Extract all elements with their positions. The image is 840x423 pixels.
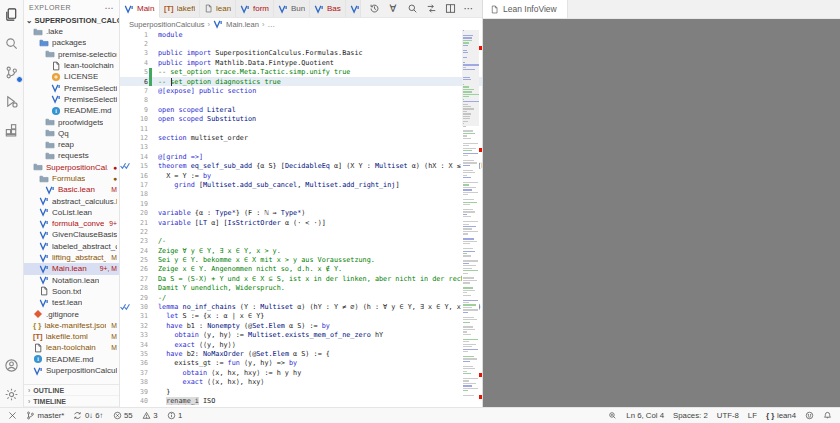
status-utf-8[interactable]: UTF-8 [717,411,739,420]
code-line-16[interactable]: 16 X = Y := by [120,171,482,180]
code-line-1[interactable]: 1module [120,30,482,39]
tree-item-notation-lean[interactable]: Notation.lean [24,275,119,286]
tree-item-packages[interactable]: packages [24,37,119,48]
activity-search-button[interactable] [3,34,21,52]
tree-item-premiseselectionte-[interactable]: PremiseSelectionTe... [24,94,119,105]
status-1[interactable]: 1 [167,411,183,420]
tree-item-readme-md[interactable]: iREADME.md [24,354,119,365]
forall-icon[interactable]: ∀ [387,3,399,15]
code-line-31[interactable]: 31 let S := {x : α | x ∈ Y} [120,312,482,321]
tree-item-superpositioncalculus-[interactable]: SuperpositionCalculus.... [24,365,119,376]
tree-item-givenclausebasis-lean[interactable]: GivenClauseBasis.lean [24,229,119,240]
activity-extensions-button[interactable] [3,121,21,139]
status-ln-6-col-4[interactable]: Ln 6, Col 4 [626,411,664,420]
tree-item-colist-lean[interactable]: CoList.lean [24,207,119,218]
minimap[interactable] [462,30,479,407]
sidebar-section-outline[interactable]: ›OUTLINE [24,385,119,396]
status-zoom[interactable] [608,411,617,420]
tree-item-abstract-calculus-lean[interactable]: abstract_calculus.lean [24,195,119,206]
code-line-30[interactable]: 30lemma no_inf_chains (Y : Multiset α) (… [120,302,482,311]
code-line-15[interactable]: 15theorem eq_self_sub_add {α S} [Decidab… [120,161,482,170]
activity-explorer-button[interactable] [3,5,21,23]
status-lf[interactable]: LF [748,411,757,420]
tree-item-main-lean[interactable]: Main.lean9+, M [24,263,119,274]
tree-item-qq[interactable]: Qq [24,128,119,139]
tree-item-labeled-abstract-calc-[interactable]: labeled_abstract_calc... [24,241,119,252]
code-line-20[interactable]: 20variable {α : Type*} (F : ℕ → Type*) [120,208,482,217]
status-55[interactable]: 55 [113,411,133,420]
activity-run-debug-button[interactable] [3,92,21,110]
code-line-4[interactable]: 4public import Mathlib.Data.Fintype.Quot… [120,58,482,67]
code-line-12[interactable]: 12section multiset_order [120,133,482,142]
code-line-8[interactable]: 8 [120,96,482,105]
tree-item-basic-lean[interactable]: Basic.leanM [24,184,119,195]
tree-item-formulas[interactable]: Formulas● [24,173,119,184]
code-line-27[interactable]: 27Da S = (S-X) + Y und x ∈ X ⊆ S, ist x … [120,274,482,283]
tree-item-reap[interactable]: reap [24,139,119,150]
code-line-37[interactable]: 37 obtain ⟨x, hx, hxy⟩ := h y hy [120,368,482,377]
code-line-28[interactable]: 28Damit Y unendlich, Widerspruch. [120,284,482,293]
code-line-10[interactable]: 10open scoped Substitution [120,115,482,124]
tree-item-lean-toolchain[interactable]: lean-toolchainM [24,342,119,353]
code-line-33[interactable]: 33 obtain ⟨y, hy⟩ := Multiset.exists_mem… [120,331,482,340]
tab-main-lea[interactable]: Main.lea [120,0,160,18]
tree-item-soon-txt[interactable]: Soon.txt [24,286,119,297]
tree-item-lifting-abstract-[interactable]: lifting_abstract_...M [24,252,119,263]
tree-item-license[interactable]: LICENSE [24,71,119,82]
breadcrumb-item[interactable]: … [268,20,276,29]
code-line-21[interactable]: 21variable [LT α] [IsStrictOrder α (· < … [120,218,482,227]
more-icon[interactable]: ⋯ [463,3,475,15]
status-lean4[interactable]: { }lean4 [766,411,796,420]
tree-item-premiseselection-i-[interactable]: PremiseSelection.I... [24,82,119,93]
compare-changes-icon[interactable] [425,3,437,15]
tab-bundled[interactable]: Bundled [274,0,310,17]
tree-item-proofwidgets[interactable]: proofwidgets [24,116,119,127]
tree-item-superpositioncal-[interactable]: SuperpositionCal...● [24,162,119,173]
activity-source-control-button[interactable] [3,63,21,81]
tree-item-requests[interactable]: requests [24,150,119,161]
code-line-17[interactable]: 17 grind [Multiset.add_sub_cancel, Multi… [120,180,482,189]
code-line-32[interactable]: 32 have b1 : Nonempty (@Set.Elem α S) :=… [120,321,482,330]
history-icon[interactable] [368,3,380,15]
code-line-34[interactable]: 34 exact ⟨⟨y, hy⟩⟩ [120,340,482,349]
tab-li[interactable]: li [346,0,361,17]
tree-item-lakefile-toml[interactable]: [T]lakefile.tomlM [24,331,119,342]
code-line-18[interactable]: 18 [120,190,482,199]
code-line-35[interactable]: 35 have b2: NoMaxOrder (@Set.Elem α S) :… [120,349,482,358]
code-line-14[interactable]: 14@[grind =>] [120,152,482,161]
code-line-7[interactable]: 7@[expose] public section [120,86,482,95]
tree-item-readme-md[interactable]: iREADME.md [24,105,119,116]
code-line-36[interactable]: 36 exists_gt := fun ⟨y, hy⟩ => by [120,359,482,368]
tab-lean-too[interactable]: lean-too [200,0,236,17]
tree-item--lake[interactable]: .lake [24,26,119,37]
status-bell[interactable] [823,411,832,420]
tree-item-lake-manifest-json[interactable]: { }lake-manifest.jsonM [24,320,119,331]
status-3[interactable]: 3 [142,411,158,420]
tab-lean-infoview[interactable]: Lean InfoView [483,0,568,18]
tree-item-formula-conver-[interactable]: formula_conver...9+ [24,218,119,229]
tree-item-test-lean[interactable]: test.lean [24,297,119,308]
tree-item-premise-selection[interactable]: premise-selection [24,49,119,60]
status-0-6-[interactable]: 0↓ 6↑ [73,411,103,420]
explorer-more-actions-icon[interactable]: ⋯ [105,3,115,13]
split-editor-icon[interactable] [444,3,456,15]
activity-account-button[interactable] [3,356,21,374]
code-line-6[interactable]: 6-- set_option diagnostics true [120,77,482,86]
code-line-40[interactable]: 40 rename_i ISO [120,396,482,405]
code-line-2[interactable]: 2 [120,39,482,48]
code-line-22[interactable]: 22 [120,227,482,236]
code-line-38[interactable]: 38 exact ⟨⟨x, hx⟩, hxy⟩ [120,377,482,386]
code-line-3[interactable]: 3public import SuperpositionCalculus.For… [120,49,482,58]
status-master-[interactable]: master* [26,411,64,420]
code-line-5[interactable]: 5-- set_option trace.Meta.Tactic.simp.un… [120,68,482,77]
code-line-26[interactable]: 26Zeige x ∈ Y. Angenommen nicht so, d.h.… [120,265,482,274]
code-line-39[interactable]: 39 } [120,387,482,396]
code-line-11[interactable]: 11 [120,124,482,133]
status-remote[interactable] [8,411,17,420]
status-spaces-2[interactable]: Spaces: 2 [673,411,708,420]
activity-settings-button[interactable] [3,385,21,403]
status-copilot[interactable] [805,411,814,420]
code-line-19[interactable]: 19 [120,199,482,208]
tab-basic-le[interactable]: Basic.le [310,0,346,17]
tree-item-lean-toolchain[interactable]: lean-toolchain [24,60,119,71]
